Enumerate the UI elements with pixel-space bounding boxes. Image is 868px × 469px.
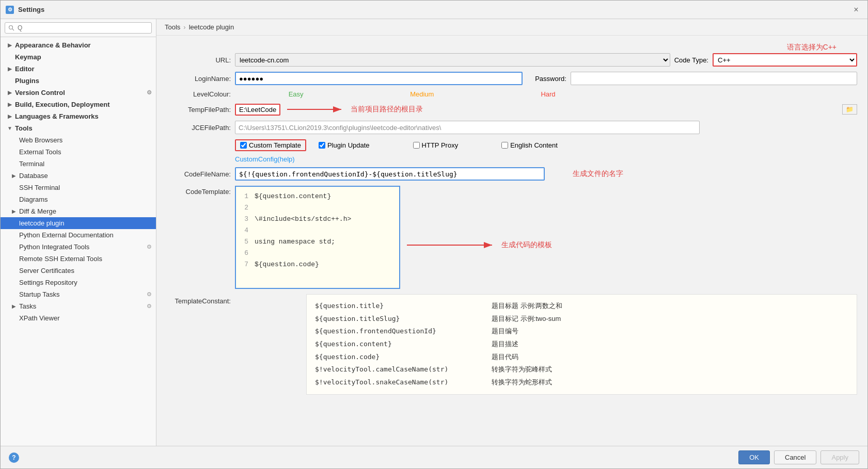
sidebar-item-label: Appearance & Behavior <box>15 41 91 49</box>
sidebar-item-startup-tasks[interactable]: Startup Tasks ⚙ <box>1 288 156 300</box>
tc-row-6: $!velocityTool.camelCaseName(str) 转换字符为驼… <box>315 363 848 376</box>
dialog-title: Settings <box>18 6 44 13</box>
http-proxy-checkbox[interactable] <box>413 142 420 149</box>
sidebar-item-settings-repository[interactable]: Settings Repository <box>1 277 156 288</box>
sidebar-item-tools[interactable]: ▼ Tools <box>1 122 156 134</box>
tc-var: ${question.content} <box>315 338 485 351</box>
custom-template-checkbox-label[interactable]: Custom Template <box>235 139 306 151</box>
custom-template-checkbox[interactable] <box>240 142 247 149</box>
code-editor[interactable]: 1${question.content} 2 3\#include<bits/s… <box>235 186 400 289</box>
http-proxy-checkbox-label[interactable]: HTTP Proxy <box>413 141 459 149</box>
tc-row-3: ${question.frontendQuestionId} 题目编号 <box>315 325 848 338</box>
settings-badge-icon: ⚙ <box>147 303 152 310</box>
tc-row-5: ${question.code} 题目代码 <box>315 351 848 364</box>
login-name-input[interactable] <box>235 72 523 85</box>
help-icon[interactable]: ? <box>9 452 19 463</box>
custom-config-help-row: CustomConfig(help) <box>164 155 857 163</box>
code-filename-annotation: 生成文件的名字 <box>573 169 623 179</box>
sidebar-item-ssh-terminal[interactable]: SSH Terminal <box>1 182 156 193</box>
sidebar-item-label: Database <box>19 172 48 180</box>
expand-icon: ▶ <box>7 90 13 95</box>
code-line: 1${question.content} <box>240 191 395 202</box>
expand-icon: ▶ <box>7 42 13 48</box>
cancel-button[interactable]: Cancel <box>774 450 816 464</box>
password-input[interactable] <box>571 72 857 85</box>
sidebar-item-version-control[interactable]: ▶ Version Control ⚙ <box>1 87 156 99</box>
sidebar-item-remote-ssh[interactable]: Remote SSH External Tools <box>1 253 156 265</box>
sidebar-item-leetcode-plugin[interactable]: leetcode plugin <box>1 217 156 229</box>
sidebar-item-label: Startup Tasks <box>19 290 60 298</box>
custom-config-help-link[interactable]: CustomConfig(help) <box>235 155 857 163</box>
ok-button[interactable]: OK <box>738 450 770 464</box>
plugin-update-checkbox[interactable] <box>319 142 325 149</box>
code-type-label: Code Type: <box>674 56 708 64</box>
code-line: 3\#include<bits/stdc++.h> <box>240 214 395 225</box>
english-content-checkbox[interactable] <box>501 142 508 149</box>
settings-badge-icon: ⚙ <box>147 89 152 96</box>
plugin-update-checkbox-label[interactable]: Plugin Update <box>319 141 370 149</box>
code-type-annotation: 语言选择为C++ <box>787 43 837 52</box>
tc-var: ${question.title} <box>315 300 485 313</box>
sidebar-item-label: External Tools <box>19 148 61 156</box>
sidebar-item-label: Python External Documentation <box>19 231 114 239</box>
breadcrumb-part1: Tools <box>165 23 180 31</box>
code-filename-annotation-spacer <box>559 170 569 178</box>
sidebar-item-database[interactable]: ▶ Database <box>1 170 156 182</box>
tc-var: ${question.code} <box>315 351 485 364</box>
jce-filepath-label: JCEFilePath: <box>164 124 231 132</box>
sidebar-item-xpath-viewer[interactable]: XPath Viewer <box>1 312 156 324</box>
tc-var: ${question.frontendQuestionId} <box>315 325 485 338</box>
template-constant-area: ${question.title} 题目标题 示例:两数之和 ${questio… <box>306 294 857 395</box>
tc-row-1: ${question.title} 题目标题 示例:两数之和 <box>315 300 848 313</box>
url-select[interactable]: leetcode-cn.com <box>235 53 670 67</box>
sidebar-item-plugins[interactable]: Plugins <box>1 75 156 87</box>
sidebar-item-keymap[interactable]: Keymap <box>1 51 156 63</box>
sidebar-item-server-certificates[interactable]: Server Certificates <box>1 265 156 277</box>
sidebar-item-label: Plugins <box>15 77 39 85</box>
hard-label: Hard <box>487 90 609 98</box>
sidebar-item-label: leetcode plugin <box>19 219 64 227</box>
sidebar-item-tasks[interactable]: ▶ Tasks ⚙ <box>1 300 156 312</box>
expand-icon: ▶ <box>7 102 13 107</box>
code-filename-label: CodeFileName: <box>164 170 231 178</box>
sidebar-item-python-integrated[interactable]: Python Integrated Tools ⚙ <box>1 241 156 253</box>
close-button[interactable]: × <box>850 4 862 16</box>
expand-icon: ▼ <box>7 125 13 131</box>
code-type-select[interactable]: C++ Java Python <box>713 53 857 67</box>
english-content-checkbox-label[interactable]: English Content <box>501 141 558 149</box>
sidebar-item-label: Web Browsers <box>19 136 62 144</box>
sidebar-item-label: Terminal <box>19 160 44 168</box>
code-template-label: CodeTemplate: <box>164 186 231 196</box>
sidebar-item-label: Languages & Frameworks <box>15 112 99 120</box>
expand-icon: ▶ <box>11 208 17 214</box>
code-filename-input[interactable] <box>235 167 545 181</box>
sidebar-item-web-browsers[interactable]: Web Browsers <box>1 134 156 146</box>
sidebar-item-external-tools[interactable]: External Tools <box>1 146 156 158</box>
sidebar-item-diagrams[interactable]: Diagrams <box>1 193 156 205</box>
expand-icon: ▶ <box>7 66 13 72</box>
sidebar-item-python-external-doc[interactable]: Python External Documentation <box>1 229 156 241</box>
sidebar-item-appearance[interactable]: ▶ Appearance & Behavior <box>1 39 156 51</box>
sidebar-item-build[interactable]: ▶ Build, Execution, Deployment <box>1 99 156 110</box>
scroll-area: 语言选择为C++ URL: leetcode-cn.com Code Type:… <box>156 36 867 446</box>
sidebar-item-label: Tasks <box>19 302 36 310</box>
tempfile-path-annotation: 当前项目路径的根目录 <box>351 105 423 114</box>
sidebar-item-languages[interactable]: ▶ Languages & Frameworks <box>1 110 156 122</box>
apply-button[interactable]: Apply <box>820 450 859 464</box>
sidebar-item-label: Diagrams <box>19 196 48 203</box>
expand-icon: ▶ <box>7 114 13 119</box>
tc-var: $!velocityTool.snakeCaseName(str) <box>315 376 485 389</box>
jce-filepath-input[interactable] <box>235 121 700 134</box>
tempfile-path-box: E:\LeetCode <box>235 104 280 116</box>
sidebar-item-diff-merge[interactable]: ▶ Diff & Merge <box>1 205 156 217</box>
tempfile-browse-button[interactable]: 📁 <box>842 104 857 115</box>
sidebar-item-label: Editor <box>15 65 35 73</box>
code-template-arrow-area: 生成代码的模板 <box>404 237 552 253</box>
sidebar-item-label: Diff & Merge <box>19 207 56 215</box>
tempfile-path-value: E:\LeetCode <box>239 106 276 114</box>
search-input[interactable] <box>5 22 152 34</box>
sidebar-tree: ▶ Appearance & Behavior Keymap ▶ Editor … <box>1 37 156 446</box>
tempfile-path-label: TempFilePath: <box>164 106 231 114</box>
sidebar-item-editor[interactable]: ▶ Editor <box>1 63 156 75</box>
sidebar-item-terminal[interactable]: Terminal <box>1 158 156 170</box>
